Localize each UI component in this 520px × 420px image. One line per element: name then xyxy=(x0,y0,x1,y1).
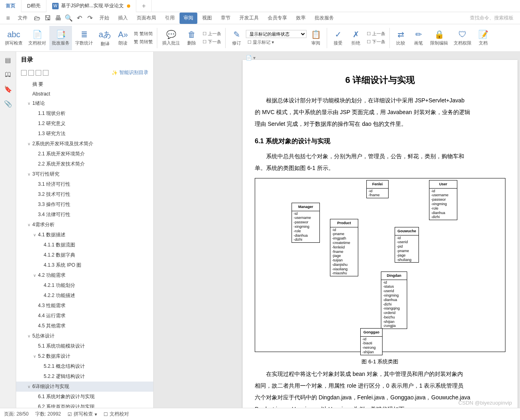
preview-icon[interactable]: 🔍 xyxy=(64,13,74,23)
toc-item[interactable]: ∨4.2 功能需求 xyxy=(16,270,153,280)
open-icon[interactable]: 🗁 xyxy=(32,13,42,23)
read-aloud-button[interactable]: A»朗读 xyxy=(114,26,131,50)
doc-perm-button[interactable]: 🛡文档权限 xyxy=(451,26,474,50)
menu-view[interactable]: 视图 xyxy=(198,13,216,24)
toc-item[interactable]: ∨4.1 数据描述 xyxy=(16,230,153,240)
collapse-icon[interactable] xyxy=(21,70,27,76)
left-sidebar: ▤ 🕮 🔖 📎 xyxy=(0,52,16,408)
nav-comment-group: ☐ 上一条 ☐ 下一条 xyxy=(201,30,223,46)
prev-change-button[interactable]: ☐ 上一条 xyxy=(365,30,387,38)
toc-item[interactable]: 1.3 研究方法 xyxy=(16,129,153,139)
outline-icon[interactable]: ▤ xyxy=(3,55,13,65)
accept-button[interactable]: ✓接受 xyxy=(330,26,347,50)
menu-correct[interactable]: 批改服务 xyxy=(311,13,338,24)
toc-item[interactable]: ∨2系统的开发环境及技术简介 xyxy=(16,139,153,149)
toc-item[interactable]: 2.2 系统开发技术简介 xyxy=(16,159,153,169)
to-simple-button[interactable]: 简 繁转简 xyxy=(132,30,154,38)
attach-icon[interactable]: 📎 xyxy=(3,99,13,108)
toc-item[interactable]: 4.3 性能需求 xyxy=(16,301,153,311)
markup-select[interactable]: 显示标记的最终状态 xyxy=(246,30,307,38)
print-icon[interactable]: 🖶 xyxy=(53,13,63,23)
menu-layout[interactable]: 页面布局 xyxy=(133,13,160,24)
toc-item[interactable]: 4.1.2 数据字典 xyxy=(16,250,153,260)
menu-vip[interactable]: 会员专享 xyxy=(264,13,291,24)
toc-item[interactable]: Abstract xyxy=(16,89,153,98)
toc-item[interactable]: 3.2 技术可行性 xyxy=(16,189,153,199)
menu-insert[interactable]: 插入 xyxy=(114,13,132,24)
redo-icon[interactable]: ↷ xyxy=(85,13,95,23)
toc-item[interactable]: ∨4需求分析 xyxy=(16,220,153,230)
save-icon[interactable]: 🖫 xyxy=(43,13,53,23)
track-changes-button[interactable]: ✎修订 xyxy=(228,26,245,50)
compare-button[interactable]: ⇄比较 xyxy=(392,26,409,50)
toc-item[interactable]: ∨5总体设计 xyxy=(16,331,153,341)
word-count-button[interactable]: ≣字数统计 xyxy=(73,26,95,50)
show-markup-button[interactable]: ☐ 显示标记 ▾ xyxy=(246,38,307,46)
document-area[interactable]: 📄 ▾ 6 详细设计与实现 根据总体设计部分对于功能模块的划分，在详细设计中采用… xyxy=(154,52,520,408)
proofread-button[interactable]: 📄文档校对 xyxy=(26,26,49,50)
reject-button[interactable]: ✗拒绝 xyxy=(347,26,364,50)
menu-eff[interactable]: 效率 xyxy=(292,13,310,24)
bookmark2-icon[interactable]: 🔖 xyxy=(3,84,13,94)
page-tool-icon[interactable]: 📄 ▾ xyxy=(246,55,256,61)
search-input[interactable]: 查找命令、搜索模板 xyxy=(467,14,517,22)
toc-item[interactable]: 4.4 运行需求 xyxy=(16,311,153,321)
toc-item[interactable]: ∨5.2 数据库设计 xyxy=(16,351,153,361)
batch-correct-button[interactable]: 📑批改服务 xyxy=(49,26,72,50)
review-pane-button[interactable]: 📋审阅 xyxy=(307,26,324,50)
undo-icon[interactable]: ↶ xyxy=(74,13,84,23)
word-count[interactable]: 字数: 20992 xyxy=(35,411,61,418)
to-trad-button[interactable]: 繁 简转繁 xyxy=(132,38,154,46)
bookmark-icon[interactable]: 🕮 xyxy=(3,70,13,79)
toc-item[interactable]: 6.1 系统对象的设计与实现 xyxy=(16,392,153,402)
toc-item[interactable]: 4.1.1 数据流图 xyxy=(16,240,153,250)
menu-start[interactable]: 开始 xyxy=(95,13,113,24)
tab-docker[interactable]: D稻壳 xyxy=(21,0,47,12)
doc-sign-button[interactable]: 📝文档 xyxy=(475,26,492,50)
menu-review[interactable]: 审阅 xyxy=(180,13,197,24)
translate-button[interactable]: aあ翻译 xyxy=(96,26,114,50)
proof-toggle[interactable]: ☐ 文档校对 xyxy=(104,411,129,418)
hamburger-icon[interactable]: ≡ xyxy=(3,13,13,23)
page-indicator[interactable]: 页面: 28/50 xyxy=(4,411,29,418)
toc-item[interactable]: 1.1 现状分析 xyxy=(16,108,153,119)
toc-item[interactable]: 4.5 其他需求 xyxy=(16,321,153,331)
menu-ref[interactable]: 引用 xyxy=(161,13,179,24)
toc-item[interactable]: 4.1.3 系统 IPO 图 xyxy=(16,260,153,270)
toc-item[interactable]: 4.2.2 功能描述 xyxy=(16,291,153,301)
menu-dev[interactable]: 开发工具 xyxy=(235,13,263,24)
toc-item[interactable]: 6.2 系统首页的设计与实现 xyxy=(16,402,153,408)
toc-item[interactable]: 3.1 经济可行性 xyxy=(16,179,153,189)
tab-add[interactable]: + xyxy=(136,0,152,12)
delete-comment-button[interactable]: 🗑删除 xyxy=(183,26,200,50)
menu-file[interactable]: 文件 xyxy=(14,13,32,24)
toc-item[interactable]: 3.3 操作可行性 xyxy=(16,199,153,210)
toc-item[interactable]: 3.4 法律可行性 xyxy=(16,210,153,220)
spell-check-button[interactable]: abc拼写检查 xyxy=(2,26,25,50)
toc-item[interactable]: 5.2.2 逻辑结构设计 xyxy=(16,371,153,382)
expand-icon[interactable] xyxy=(28,70,34,76)
prev-comment-button[interactable]: ☐ 上一条 xyxy=(201,30,223,38)
restrict-edit-button[interactable]: 🔒限制编辑 xyxy=(428,26,450,50)
smart-toc-button[interactable]: ✨ 智能识别目录 xyxy=(112,69,148,76)
toc-item[interactable]: 4.2.1 功能划分 xyxy=(16,280,153,291)
box4-icon[interactable] xyxy=(43,70,49,76)
tab-home[interactable]: 首页 xyxy=(0,0,21,12)
box3-icon[interactable] xyxy=(36,70,41,76)
next-change-button[interactable]: ☐ 下一条 xyxy=(365,38,387,46)
tab-document[interactable]: W基于JSP的鲜...实现 毕业论文 xyxy=(47,0,136,12)
ink-button[interactable]: ✏画笔 xyxy=(410,26,427,50)
toc-item[interactable]: ∨3可行性研究 xyxy=(16,169,153,179)
toc-item[interactable]: 2.1 系统开发环境简介 xyxy=(16,149,153,159)
insert-comment-button[interactable]: 💬插入批注 xyxy=(160,26,182,50)
toc-item[interactable]: 1.2 研究意义 xyxy=(16,119,153,129)
menu-chapter[interactable]: 章节 xyxy=(217,13,235,24)
toc-item[interactable]: 5.2.1 概念结构设计 xyxy=(16,361,153,371)
toc-item[interactable]: 5.1 系统功能模块设计 xyxy=(16,341,153,351)
toc-item[interactable]: 摘 要 xyxy=(16,79,153,89)
next-comment-button[interactable]: ☐ 下一条 xyxy=(201,38,223,46)
toc-list[interactable]: 摘 要Abstract∨1绪论1.1 现状分析1.2 研究意义1.3 研究方法∨… xyxy=(16,78,153,408)
toc-item[interactable]: ∨6详细设计与实现 xyxy=(16,382,153,392)
toc-item[interactable]: ∨1绪论 xyxy=(16,98,153,108)
spell-toggle[interactable]: ☑ 拼写检查 ▾ xyxy=(68,411,97,418)
